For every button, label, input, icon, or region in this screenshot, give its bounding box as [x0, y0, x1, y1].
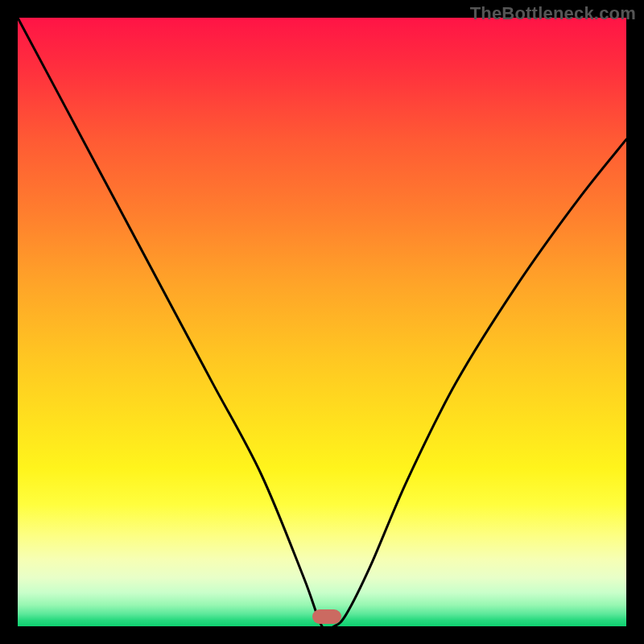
watermark-text: TheBottleneck.com	[470, 3, 636, 24]
plot-area	[18, 18, 626, 626]
optimal-marker	[312, 609, 341, 624]
chart-frame: TheBottleneck.com	[0, 0, 644, 644]
bottleneck-curve	[18, 18, 626, 626]
